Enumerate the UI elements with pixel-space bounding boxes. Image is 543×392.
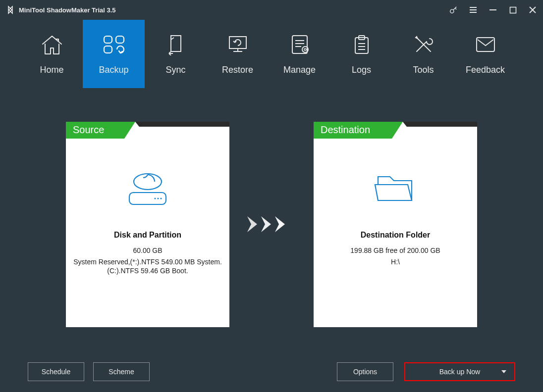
sync-icon bbox=[166, 33, 186, 56]
svg-rect-10 bbox=[104, 36, 112, 43]
svg-marker-40 bbox=[403, 122, 477, 127]
svg-rect-11 bbox=[116, 36, 124, 43]
svg-marker-42 bbox=[501, 370, 506, 373]
nav-backup[interactable]: Backup bbox=[83, 20, 145, 88]
nav-home[interactable]: Home bbox=[21, 20, 83, 88]
chevron-down-icon bbox=[501, 370, 506, 373]
nav-manage[interactable]: Manage bbox=[269, 20, 330, 88]
svg-line-2 bbox=[455, 8, 457, 9]
nav-tools[interactable]: Tools bbox=[392, 20, 454, 88]
schedule-button[interactable]: Schedule bbox=[28, 362, 84, 381]
options-label: Options bbox=[353, 368, 377, 376]
app-title: MiniTool ShadowMaker Trial 3.5 bbox=[19, 6, 116, 14]
titlebar: MiniTool ShadowMaker Trial 3.5 bbox=[0, 0, 543, 20]
backup-icon bbox=[102, 33, 126, 56]
restore-icon bbox=[226, 33, 249, 56]
destination-card[interactable]: Destination Destination Folder 199.88 GB… bbox=[314, 122, 477, 327]
destination-title: Destination Folder bbox=[361, 231, 430, 240]
minimize-icon[interactable] bbox=[489, 5, 497, 14]
backup-now-label: Back up Now bbox=[439, 368, 480, 376]
folder-icon bbox=[372, 161, 419, 216]
app-logo-icon bbox=[6, 5, 15, 14]
tools-icon bbox=[413, 33, 434, 56]
close-icon[interactable] bbox=[528, 5, 537, 14]
manage-icon bbox=[289, 33, 310, 56]
maximize-icon[interactable] bbox=[508, 5, 517, 14]
feedback-icon bbox=[475, 33, 496, 56]
svg-rect-7 bbox=[510, 7, 516, 13]
source-card[interactable]: Source Disk and Partition 60.00 GB Syste… bbox=[66, 122, 229, 327]
svg-marker-37 bbox=[261, 216, 271, 232]
svg-point-32 bbox=[154, 197, 156, 199]
svg-rect-27 bbox=[477, 38, 494, 51]
nav-bar: Home Backup Sync Restore Manage Logs bbox=[0, 20, 543, 88]
svg-point-35 bbox=[134, 174, 162, 190]
svg-point-21 bbox=[304, 49, 306, 50]
options-button[interactable]: Options bbox=[337, 362, 393, 381]
nav-sync[interactable]: Sync bbox=[145, 20, 207, 88]
source-details: System Reserved,(*:).NTFS 549.00 MB Syst… bbox=[66, 257, 229, 276]
backup-now-button[interactable]: Back up Now bbox=[404, 362, 515, 381]
svg-rect-12 bbox=[104, 46, 112, 53]
arrows-icon bbox=[244, 214, 299, 234]
nav-label: Home bbox=[40, 65, 63, 75]
destination-path: H:\ bbox=[384, 257, 407, 267]
nav-restore[interactable]: Restore bbox=[207, 20, 269, 88]
svg-marker-38 bbox=[275, 216, 285, 232]
key-icon[interactable] bbox=[449, 5, 458, 14]
svg-marker-29 bbox=[135, 122, 229, 127]
nav-label: Manage bbox=[283, 65, 316, 75]
destination-free: 199.88 GB free of 200.00 GB bbox=[350, 246, 440, 254]
svg-point-33 bbox=[157, 197, 159, 199]
nav-label: Logs bbox=[352, 65, 371, 75]
nav-label: Restore bbox=[222, 65, 253, 75]
source-title: Disk and Partition bbox=[114, 231, 181, 240]
nav-label: Tools bbox=[413, 65, 434, 75]
logs-icon bbox=[352, 33, 371, 56]
nav-label: Sync bbox=[165, 65, 185, 75]
source-tab-label: Source bbox=[73, 122, 104, 139]
scheme-button[interactable]: Scheme bbox=[93, 362, 150, 381]
svg-rect-13 bbox=[229, 37, 246, 49]
scheme-label: Scheme bbox=[109, 368, 134, 376]
svg-point-34 bbox=[160, 197, 162, 199]
svg-point-0 bbox=[450, 9, 454, 13]
content-area: Source Disk and Partition 60.00 GB Syste… bbox=[0, 88, 543, 351]
nav-label: Backup bbox=[99, 65, 128, 75]
footer-bar: Schedule Scheme Options Back up Now bbox=[0, 351, 543, 392]
home-icon bbox=[41, 33, 63, 56]
destination-tab-label: Destination bbox=[321, 122, 370, 139]
nav-label: Feedback bbox=[466, 65, 505, 75]
nav-feedback[interactable]: Feedback bbox=[454, 20, 516, 88]
nav-logs[interactable]: Logs bbox=[330, 20, 392, 88]
disk-icon bbox=[125, 161, 170, 216]
svg-marker-36 bbox=[247, 216, 257, 232]
menu-icon[interactable] bbox=[469, 5, 478, 14]
source-size: 60.00 GB bbox=[133, 246, 162, 254]
schedule-label: Schedule bbox=[42, 368, 70, 376]
